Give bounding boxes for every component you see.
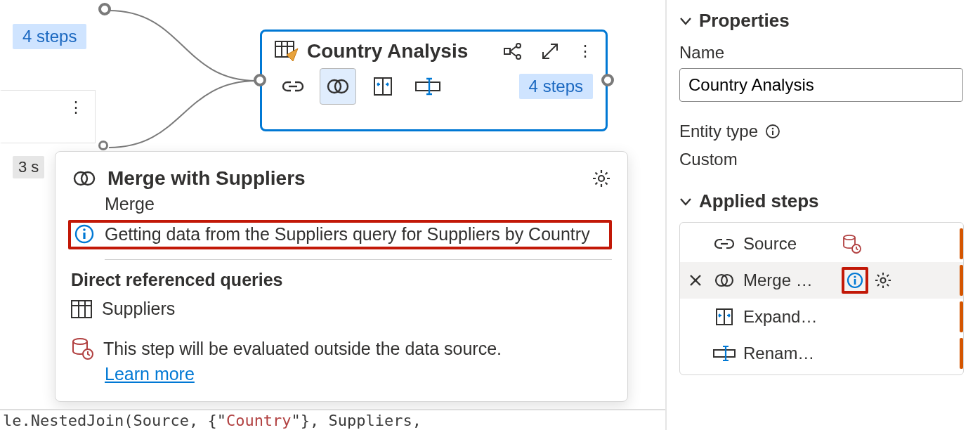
name-label: Name <box>679 43 967 63</box>
svg-point-6 <box>516 55 521 59</box>
note-text: This step will be evaluated outside the … <box>103 339 502 359</box>
svg-rect-21 <box>83 233 85 239</box>
expand-arrows-icon[interactable] <box>541 42 559 60</box>
popup-info-highlight: Getting data from the Suppliers query fo… <box>68 220 612 249</box>
svg-point-18 <box>599 176 604 181</box>
entity-type-value: Custom <box>679 150 967 169</box>
step-row-merge[interactable]: Merge … <box>680 262 963 299</box>
svg-point-41 <box>881 278 886 283</box>
node-output-port[interactable] <box>601 74 614 86</box>
svg-point-32 <box>844 235 855 240</box>
svg-rect-44 <box>714 350 735 357</box>
svg-line-8 <box>510 51 516 56</box>
status-indicator <box>960 301 963 332</box>
properties-section-header[interactable]: Properties <box>679 10 967 32</box>
svg-point-29 <box>772 128 774 130</box>
more-vertical-icon[interactable]: ⋮ <box>577 48 593 55</box>
ref-query-label: Suppliers <box>102 299 175 319</box>
info-icon <box>74 223 95 245</box>
expand-columns-icon <box>712 308 736 326</box>
gear-icon[interactable] <box>591 168 612 189</box>
step-label: Merge … <box>743 271 835 290</box>
step-label: Source <box>743 234 835 254</box>
step-row-rename[interactable]: Renam… <box>680 335 963 372</box>
svg-rect-22 <box>72 301 91 318</box>
ref-heading: Direct referenced queries <box>71 270 612 290</box>
link-icon <box>712 237 736 250</box>
svg-rect-30 <box>772 131 773 135</box>
svg-rect-4 <box>504 48 510 54</box>
steps-badge-partial: 3 s <box>13 156 44 178</box>
step-row-source[interactable]: Source <box>680 226 963 262</box>
step-label: Expand… <box>743 307 835 327</box>
right-pane: Properties Name Entity type Custom Appli… <box>665 0 980 430</box>
evaluation-note: This step will be evaluated outside the … <box>71 337 612 360</box>
status-indicator <box>960 228 963 259</box>
code-text: "}, Suppliers, <box>292 412 422 429</box>
svg-point-5 <box>516 44 521 48</box>
more-vertical-icon[interactable]: ⋮ <box>68 105 84 111</box>
popup-info-text: Getting data from the Suppliers query fo… <box>105 224 590 245</box>
svg-point-39 <box>854 275 856 278</box>
database-clock-icon <box>71 337 93 360</box>
merge-circles-icon <box>71 169 98 188</box>
query-node-country-analysis[interactable]: Country Analysis <box>260 30 608 131</box>
applied-steps-list: Source <box>679 222 964 375</box>
chevron-down-icon <box>679 197 692 207</box>
table-icon <box>275 41 299 62</box>
node-stub[interactable]: ⋮ <box>0 90 96 143</box>
svg-rect-14 <box>416 82 440 91</box>
step-merge-icon[interactable] <box>320 68 356 105</box>
steps-badge: 4 steps <box>13 24 86 49</box>
divider <box>105 259 612 260</box>
status-indicator <box>960 265 963 296</box>
svg-point-20 <box>83 228 86 231</box>
applied-steps-header[interactable]: Applied steps <box>679 190 967 212</box>
formula-bar[interactable]: le.NestedJoin(Source, {"Country"}, Suppl… <box>0 409 665 430</box>
properties-label: Properties <box>699 10 790 32</box>
node-steps-badge: 4 steps <box>519 74 593 99</box>
gear-icon[interactable] <box>874 271 892 289</box>
name-input[interactable] <box>679 68 963 102</box>
port <box>98 3 111 15</box>
step-row-expand[interactable]: Expand… <box>680 299 963 335</box>
popup-title: Merge with Suppliers <box>107 167 581 190</box>
rename-icon <box>712 346 736 361</box>
step-details-popup: Merge with Suppliers Merge Getting data … <box>55 151 628 402</box>
applied-steps-label: Applied steps <box>699 190 818 212</box>
ref-query-item[interactable]: Suppliers <box>71 299 612 319</box>
delete-step-icon[interactable] <box>686 273 705 287</box>
database-clock-icon <box>842 234 861 254</box>
code-text: le.NestedJoin(Source, {" <box>3 412 226 429</box>
share-icon[interactable] <box>503 43 523 60</box>
port <box>98 141 108 150</box>
merge-circles-icon <box>712 273 736 288</box>
status-indicator <box>960 338 963 369</box>
chevron-down-icon <box>679 16 692 26</box>
step-label: Renam… <box>743 344 835 363</box>
svg-rect-40 <box>854 279 856 285</box>
table-icon <box>71 300 92 318</box>
learn-more-link[interactable]: Learn more <box>105 364 612 384</box>
info-icon[interactable] <box>765 124 780 139</box>
svg-line-7 <box>510 46 516 51</box>
step-rename-icon[interactable] <box>410 68 446 105</box>
entity-type-label: Entity type <box>679 122 758 141</box>
node-input-port[interactable] <box>254 74 266 86</box>
diagram-canvas[interactable]: 4 steps ⋮ 3 s Country Analysis <box>0 0 665 430</box>
step-expand-columns-icon[interactable] <box>365 68 401 105</box>
step-link-icon[interactable] <box>275 68 311 105</box>
code-keyword: Country <box>226 412 292 429</box>
node-title: Country Analysis <box>307 40 503 63</box>
popup-subtitle: Merge <box>105 194 612 214</box>
info-icon-highlight[interactable] <box>842 267 868 294</box>
svg-point-26 <box>73 339 87 344</box>
